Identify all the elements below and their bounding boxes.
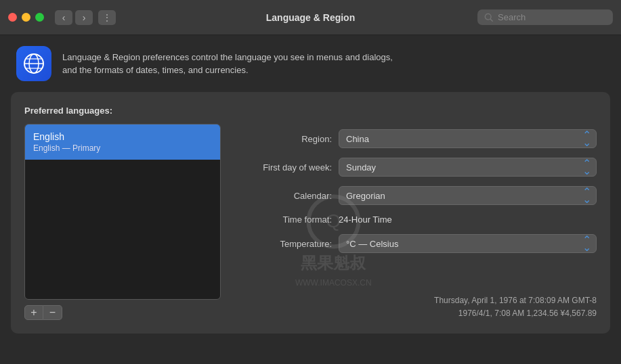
region-row: Region: China ⌃ ⌄ — [237, 129, 597, 148]
language-name: English — [33, 131, 212, 142]
first-day-select-wrapper: Sunday ⌃ ⌄ — [339, 158, 597, 177]
close-button[interactable] — [8, 13, 17, 22]
calendar-select[interactable]: Gregorian — [339, 186, 597, 205]
preview-date-line2: 1976/4/1, 7:08 AM 1,234.56 ¥4,567.89 — [237, 307, 597, 320]
window-title: Language & Region — [266, 12, 355, 23]
forward-button[interactable]: › — [75, 10, 93, 25]
region-select-wrapper: China ⌃ ⌄ — [339, 129, 597, 148]
nav-buttons: ‹ › ⋮ — [55, 10, 116, 25]
calendar-row: Calendar: Gregorian ⌃ ⌄ — [237, 186, 597, 205]
language-listbox[interactable]: English English — Primary — [24, 124, 221, 300]
search-input[interactable] — [498, 12, 606, 22]
titlebar: ‹ › ⋮ Language & Region — [0, 0, 621, 35]
maximize-button[interactable] — [35, 13, 44, 22]
first-day-select[interactable]: Sunday — [339, 158, 597, 177]
main-content: Q 黑果魁叔 WWW.IMACOSX.CN Preferred language… — [11, 92, 610, 334]
remove-language-button[interactable]: − — [43, 305, 62, 320]
temperature-select-wrapper: °C — Celsius ⌃ ⌄ — [339, 234, 597, 253]
search-icon — [484, 13, 494, 22]
back-button[interactable]: ‹ — [55, 10, 72, 25]
section-label: Preferred languages: — [24, 106, 597, 116]
temperature-row: Temperature: °C — Celsius ⌃ ⌄ — [237, 234, 597, 253]
temperature-select[interactable]: °C — Celsius — [339, 234, 597, 253]
preview-section: Thursday, April 1, 1976 at 7:08:09 AM GM… — [237, 286, 597, 320]
first-day-row: First day of week: Sunday ⌃ ⌄ — [237, 158, 597, 177]
preview-date-line1: Thursday, April 1, 1976 at 7:08:09 AM GM… — [237, 294, 597, 307]
info-banner: Language & Region preferences control th… — [0, 35, 621, 92]
search-box[interactable] — [477, 9, 613, 25]
temperature-label: Temperature: — [237, 239, 332, 249]
globe-icon-wrapper — [16, 46, 51, 81]
minimize-button[interactable] — [22, 13, 30, 22]
region-label: Region: — [237, 134, 332, 144]
list-controls: + − — [24, 305, 221, 320]
content-row: English English — Primary + − Region: Ch… — [24, 124, 597, 320]
region-select[interactable]: China — [339, 129, 597, 148]
language-list: English English — Primary + − — [24, 124, 221, 320]
first-day-label: First day of week: — [237, 162, 332, 173]
grid-button[interactable]: ⋮ — [98, 10, 116, 25]
info-text: Language & Region preferences control th… — [62, 51, 393, 77]
time-format-label: Time format: — [237, 214, 332, 225]
globe-icon — [22, 51, 46, 76]
time-format-row: Time format: 24-Hour Time — [237, 214, 597, 225]
time-format-value: 24-Hour Time — [339, 214, 392, 225]
list-item[interactable]: English English — Primary — [25, 124, 220, 160]
traffic-lights — [8, 13, 44, 22]
add-language-button[interactable]: + — [24, 305, 43, 320]
calendar-label: Calendar: — [237, 191, 332, 201]
language-sub: English — Primary — [33, 143, 212, 153]
settings-panel: Region: China ⌃ ⌄ First day of week: Sun — [237, 124, 597, 320]
calendar-select-wrapper: Gregorian ⌃ ⌄ — [339, 186, 597, 205]
svg-line-1 — [490, 19, 492, 21]
